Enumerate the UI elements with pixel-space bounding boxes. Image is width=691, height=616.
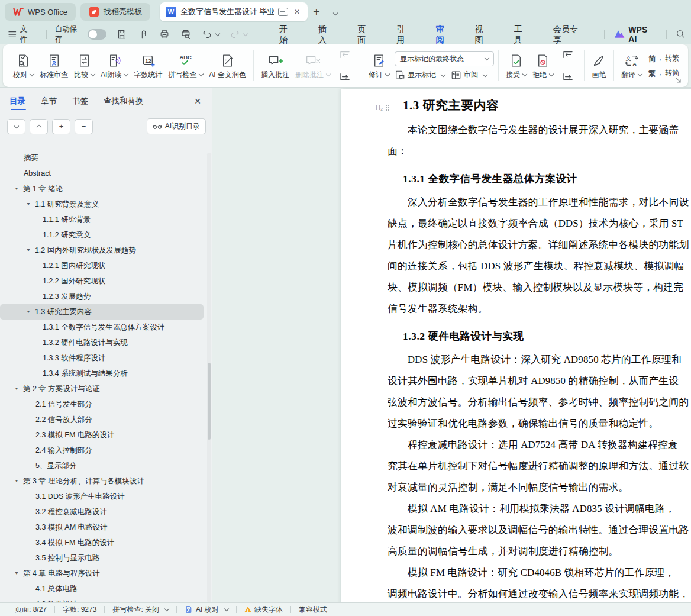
save-button[interactable] bbox=[113, 27, 131, 42]
wps-ai-button[interactable]: WPS AI bbox=[608, 25, 663, 44]
document-text-line[interactable]: 深入分析全数字信号发生器的工作原理和性能需求，对比不同设 bbox=[388, 192, 691, 213]
document-text-line[interactable]: 间的连接关系，包括 DDS 波形产生模块、程控衰减模块、模拟调幅 bbox=[388, 256, 691, 277]
page[interactable]: H₂ 1.3 研究主要内容本论文围绕全数字信号发生器的设计展开深入研究，主要涵盖… bbox=[341, 89, 691, 602]
redo-button[interactable] bbox=[226, 27, 250, 42]
document-text-line[interactable]: 调频电路设计中。分析如何通过改变输入信号频率来实现调频功能， bbox=[388, 583, 691, 602]
autosave-toggle[interactable] bbox=[88, 29, 106, 40]
document-heading[interactable]: 1.3 研究主要内容 bbox=[403, 97, 691, 114]
toc-item[interactable]: 5、显示部分 bbox=[0, 458, 204, 473]
tab-docer-templates[interactable]: 找稻壳模板 bbox=[80, 3, 150, 21]
document-text-line[interactable]: 缺点，最终确定以直接数字频率合成（DDS）技术为核心，采用 ST bbox=[388, 213, 691, 234]
search-button[interactable] bbox=[672, 27, 689, 41]
document-heading[interactable]: 1.3.2 硬件电路设计与实现 bbox=[403, 329, 691, 343]
collapse-arrow-icon[interactable]: ▼ bbox=[26, 197, 31, 211]
sidebar-tab-contents[interactable]: 目录 bbox=[9, 96, 25, 110]
track-changes-button[interactable]: 修订 bbox=[366, 50, 392, 81]
document-content[interactable]: 1.3 研究主要内容本论文围绕全数字信号发生器的设计展开深入研究，主要涵盖面：1… bbox=[341, 89, 691, 602]
next-comment-button[interactable] bbox=[334, 67, 356, 86]
ai-polish-button[interactable]: AI 全文润色 bbox=[206, 50, 249, 81]
toc-item[interactable]: 3.1 DDS 波形产生电路设计 bbox=[0, 489, 204, 504]
ai-read-button[interactable]: AI朗读 bbox=[98, 50, 131, 81]
collapse-arrow-icon[interactable]: ▼ bbox=[26, 305, 31, 318]
markup-state-select[interactable]: 显示标记的最终状态 bbox=[395, 51, 494, 66]
review-pane-button[interactable]: 审阅 bbox=[451, 70, 487, 80]
toc-item[interactable]: 2.2 信号放大部分 bbox=[0, 412, 204, 427]
toc-item[interactable]: ▼第 1 章 绪论 bbox=[0, 181, 204, 196]
new-tab-button[interactable]: + bbox=[308, 5, 325, 19]
insert-comment-button[interactable]: 插入批注 bbox=[258, 50, 292, 81]
collapse-arrow-icon[interactable]: ▼ bbox=[26, 243, 31, 257]
toc-item[interactable]: 1.1.1 研究背景 bbox=[0, 212, 204, 227]
document-text-line[interactable]: 究其在单片机控制下对信号幅度进行精确调整的原理和方法。通过软 bbox=[388, 456, 691, 477]
accept-button[interactable]: 接受 bbox=[503, 50, 529, 81]
heading-level-marker[interactable]: H₂ bbox=[376, 104, 390, 111]
show-markup-button[interactable]: 显示标记 bbox=[395, 70, 445, 80]
print-preview-button[interactable] bbox=[177, 27, 195, 42]
document-heading[interactable]: 1.3.1 全数字信号发生器总体方案设计 bbox=[403, 172, 691, 186]
document-text-line[interactable]: 面： bbox=[388, 141, 691, 162]
document-text-line[interactable]: 弦波和方波信号。分析输出信号频率、参考时钟、频率控制码之间的 bbox=[388, 392, 691, 413]
document-text-line[interactable]: 设计其外围电路，实现单片机对 AD9850 的精确控制，从而产生设 bbox=[388, 370, 691, 392]
proofread-button[interactable]: 校对 bbox=[10, 50, 37, 81]
toc-item[interactable]: 1.3.1 全数字信号发生器总体方案设计 bbox=[0, 320, 204, 335]
pen-button[interactable]: 画笔 bbox=[589, 50, 609, 81]
toc-item[interactable]: 1.2.2 国外研究现状 bbox=[0, 273, 204, 289]
toc-item[interactable]: 1.3.3 软件程序设计 bbox=[0, 350, 204, 366]
toc-item[interactable]: 1.2.1 国内研究现状 bbox=[0, 258, 204, 273]
close-sidebar-icon[interactable]: ✕ bbox=[194, 96, 206, 109]
toc-item[interactable]: 3.4 模拟 FM 电路的设计 bbox=[0, 535, 204, 550]
document-text-line[interactable]: 本论文围绕全数字信号发生器的设计展开深入研究，主要涵盖 bbox=[388, 120, 691, 141]
print-button[interactable] bbox=[156, 27, 173, 42]
drag-handle-icon[interactable] bbox=[385, 104, 390, 111]
scrollbar-thumb[interactable] bbox=[208, 363, 211, 440]
ai-proofread-button[interactable]: AI 校对 bbox=[177, 605, 236, 615]
sidebar-tab-chapters[interactable]: 章节 bbox=[41, 96, 57, 110]
toc-item[interactable]: 摘要 bbox=[0, 150, 204, 166]
toc-item[interactable]: 2.1 信号发生部分 bbox=[0, 396, 204, 412]
toc-item[interactable]: ▼第 4 章 电路与程序设计 bbox=[0, 566, 204, 581]
document-text-line[interactable]: 模拟 FM 电路设计：研究 CD4046B 锁相环芯片的工作原理， bbox=[388, 562, 691, 583]
reject-button[interactable]: 拒绝 bbox=[529, 50, 556, 81]
delete-comment-button[interactable]: 删除批注 bbox=[292, 50, 333, 81]
tab-wps-office[interactable]: WPS Office bbox=[5, 3, 76, 21]
document-text-line[interactable]: DDS 波形产生电路设计：深入研究 AD9850 芯片的工作原理和 bbox=[388, 349, 691, 370]
toc-item[interactable]: 1.1.2 研究意义 bbox=[0, 227, 204, 243]
document-text-line[interactable]: 高质量的调幅信号生成，并对调制度进行精确控制。 bbox=[388, 541, 691, 562]
spell-check-status[interactable]: 拼写检查: 关闭 bbox=[105, 605, 176, 615]
close-tab-icon[interactable]: ✕ bbox=[292, 7, 302, 17]
compare-button[interactable]: 比较 bbox=[71, 50, 98, 81]
sidebar-tab-find-replace[interactable]: 查找和替换 bbox=[104, 96, 144, 110]
toc-item[interactable]: 3.5 控制与显示电路 bbox=[0, 550, 204, 566]
toc-item[interactable]: 3.2 程控衰减电路设计 bbox=[0, 504, 204, 520]
document-text-line[interactable]: 波和调制波的输入要求以及调幅信号的输出特性。通过合理设置电路 bbox=[388, 520, 691, 541]
toc-item[interactable]: 1.3.2 硬件电路设计与实现 bbox=[0, 335, 204, 350]
toc-item[interactable]: ▼1.1 研究背景及意义 bbox=[0, 196, 204, 212]
toc-item[interactable]: Abstract bbox=[0, 166, 204, 181]
zoom-out-level-button[interactable]: − bbox=[75, 119, 93, 134]
toc-item[interactable]: ▼1.3 研究主要内容 bbox=[0, 304, 204, 320]
collapse-arrow-icon[interactable]: ▼ bbox=[14, 182, 19, 195]
word-count-button[interactable]: 12 字数统计 bbox=[131, 50, 165, 81]
toc-item[interactable]: 1.2.3 发展趋势 bbox=[0, 289, 204, 304]
sidebar-tab-bookmarks[interactable]: 书签 bbox=[72, 96, 88, 110]
file-menu-button[interactable]: 文件 bbox=[0, 24, 43, 45]
ai-recognize-toc-button[interactable]: AI识别目录 bbox=[147, 118, 206, 134]
document-text-line[interactable]: 信号发生器系统架构。 bbox=[388, 298, 691, 320]
document-text-line[interactable]: 对衰减量的灵活控制，满足不同幅度信号输出的需求。 bbox=[388, 477, 691, 498]
collapse-arrow-icon[interactable]: ▼ bbox=[14, 566, 19, 580]
toc-item[interactable]: ▼第 3 章 理论分析、计算与各模块设计 bbox=[0, 473, 204, 489]
translate-button[interactable]: 文 A 翻译 bbox=[618, 50, 645, 81]
document-text-line[interactable]: 程控衰减电路设计：选用 AD7524 高带 DA 转换器构建程控衰 bbox=[388, 434, 691, 456]
previous-change-button[interactable] bbox=[557, 45, 579, 64]
toc-item[interactable]: 4.1 总体电路 bbox=[0, 581, 204, 596]
tab-document[interactable]: W 全数字信号发生器设计 毕业论 ✕ bbox=[160, 2, 308, 21]
toc-item[interactable]: 4.2 软件设计 bbox=[0, 596, 204, 602]
standard-review-button[interactable]: 标准审查 bbox=[37, 50, 71, 81]
tab-session-icon[interactable] bbox=[278, 8, 288, 16]
word-count-indicator[interactable]: 字数: 9273 bbox=[55, 605, 104, 615]
collapse-all-button[interactable] bbox=[30, 119, 48, 134]
expand-all-button[interactable] bbox=[7, 119, 25, 134]
toc-item[interactable]: 2.4 输入控制部分 bbox=[0, 443, 204, 458]
spell-check-button[interactable]: ABC 拼写检查 bbox=[165, 50, 206, 81]
collapse-arrow-icon[interactable]: ▼ bbox=[14, 474, 19, 488]
